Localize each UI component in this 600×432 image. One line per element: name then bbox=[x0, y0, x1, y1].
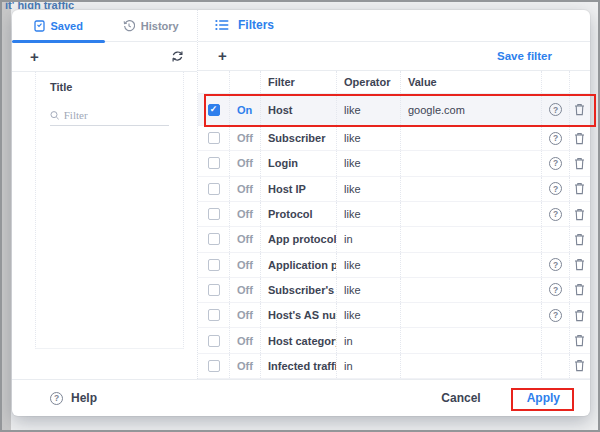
trash-icon[interactable] bbox=[574, 157, 585, 170]
header-actions-col bbox=[569, 71, 589, 93]
trash-icon[interactable] bbox=[574, 359, 585, 372]
row-help-cell: ? bbox=[541, 278, 569, 302]
trash-icon[interactable] bbox=[574, 182, 585, 195]
row-checkbox[interactable] bbox=[208, 233, 220, 245]
row-operator[interactable]: like bbox=[336, 177, 400, 201]
tab-history[interactable]: History bbox=[105, 10, 198, 41]
row-filter-name: Subscriber's AS n bbox=[260, 278, 336, 302]
row-checkbox[interactable]: ✓ bbox=[208, 104, 220, 116]
row-checkbox[interactable] bbox=[208, 208, 220, 220]
row-value[interactable] bbox=[400, 126, 541, 150]
row-operator[interactable]: in bbox=[336, 354, 400, 378]
row-help-cell: ? bbox=[541, 202, 569, 226]
row-help-icon[interactable]: ? bbox=[549, 283, 562, 296]
row-help-icon[interactable]: ? bbox=[549, 258, 562, 271]
history-icon bbox=[123, 20, 135, 32]
title-filter-input[interactable] bbox=[64, 109, 169, 121]
row-value[interactable] bbox=[400, 354, 541, 378]
cancel-button[interactable]: Cancel bbox=[441, 391, 480, 405]
row-operator[interactable]: like bbox=[336, 126, 400, 150]
row-value[interactable] bbox=[400, 278, 541, 302]
table-row: OffSubscriber's AS nlike? bbox=[198, 278, 590, 303]
table-row: ✓OnHostlikegoogle.com? bbox=[198, 94, 590, 126]
row-filter-name: Infected traffic bbox=[260, 354, 336, 378]
trash-icon[interactable] bbox=[574, 334, 585, 347]
row-checkbox[interactable] bbox=[208, 309, 220, 321]
trash-icon[interactable] bbox=[574, 233, 585, 246]
row-value[interactable] bbox=[400, 253, 541, 277]
row-operator[interactable]: in bbox=[336, 227, 400, 251]
row-operator[interactable]: like bbox=[336, 94, 400, 125]
background-clipped-text: it' high traffic bbox=[5, 2, 125, 9]
bookmark-icon bbox=[34, 20, 45, 32]
filters-header: Filters bbox=[198, 10, 590, 42]
help-button[interactable]: ? Help bbox=[50, 391, 97, 405]
row-checkbox-cell bbox=[198, 253, 229, 277]
row-value[interactable] bbox=[400, 303, 541, 327]
row-value[interactable] bbox=[400, 151, 541, 175]
table-row: OffApplication protlike? bbox=[198, 253, 590, 278]
search-icon bbox=[50, 110, 60, 121]
row-checkbox-cell bbox=[198, 227, 229, 251]
row-help-cell bbox=[541, 227, 569, 251]
table-row: OffSubscriberlike? bbox=[198, 126, 590, 151]
row-checkbox[interactable] bbox=[208, 183, 220, 195]
row-filter-name: Protocol bbox=[260, 202, 336, 226]
row-state-label: Off bbox=[229, 202, 260, 226]
row-value[interactable] bbox=[400, 227, 541, 251]
row-help-cell: ? bbox=[541, 126, 569, 150]
row-help-cell: ? bbox=[541, 177, 569, 201]
row-checkbox[interactable] bbox=[208, 259, 220, 271]
row-value[interactable] bbox=[400, 202, 541, 226]
row-checkbox[interactable] bbox=[208, 360, 220, 372]
apply-button[interactable]: Apply bbox=[527, 391, 560, 405]
trash-icon[interactable] bbox=[574, 103, 585, 116]
trash-icon[interactable] bbox=[574, 132, 585, 145]
saved-filters-panel: Saved History + bbox=[12, 10, 198, 379]
row-value[interactable]: google.com bbox=[400, 94, 541, 125]
list-icon bbox=[215, 19, 229, 31]
tab-history-label: History bbox=[141, 20, 179, 32]
row-operator[interactable]: like bbox=[336, 202, 400, 226]
tab-saved[interactable]: Saved bbox=[12, 10, 105, 41]
row-actions-cell bbox=[569, 94, 589, 125]
row-state-label: Off bbox=[229, 278, 260, 302]
table-row: OffInfected trafficin bbox=[198, 354, 590, 379]
row-state-label: Off bbox=[229, 253, 260, 277]
row-operator[interactable]: in bbox=[336, 328, 400, 352]
add-filter-button[interactable]: + bbox=[218, 48, 227, 63]
row-operator[interactable]: like bbox=[336, 303, 400, 327]
table-row: OffHost's AS numbelike? bbox=[198, 303, 590, 328]
row-help-icon[interactable]: ? bbox=[549, 132, 562, 145]
trash-icon[interactable] bbox=[574, 309, 585, 322]
row-checkbox[interactable] bbox=[208, 132, 220, 144]
refresh-button[interactable] bbox=[171, 50, 184, 63]
row-checkbox[interactable] bbox=[208, 335, 220, 347]
row-operator[interactable]: like bbox=[336, 151, 400, 175]
row-state-label: Off bbox=[229, 328, 260, 352]
row-value[interactable] bbox=[400, 177, 541, 201]
row-checkbox-cell bbox=[198, 126, 229, 150]
add-saved-filter-button[interactable]: + bbox=[30, 49, 39, 64]
left-panel-tabs: Saved History bbox=[12, 10, 197, 42]
row-checkbox[interactable] bbox=[208, 157, 220, 169]
row-help-icon[interactable]: ? bbox=[549, 103, 562, 116]
row-help-icon[interactable]: ? bbox=[549, 182, 562, 195]
row-help-cell: ? bbox=[541, 151, 569, 175]
row-checkbox[interactable] bbox=[208, 284, 220, 296]
trash-icon[interactable] bbox=[574, 208, 585, 221]
row-actions-cell bbox=[569, 354, 589, 378]
row-operator[interactable]: like bbox=[336, 278, 400, 302]
row-operator[interactable]: like bbox=[336, 253, 400, 277]
modal-footer: ? Help Cancel Apply bbox=[12, 379, 590, 416]
row-value[interactable] bbox=[400, 328, 541, 352]
saved-toolbar: + bbox=[12, 42, 197, 72]
row-help-icon[interactable]: ? bbox=[549, 309, 562, 322]
save-filter-button[interactable]: Save filter bbox=[497, 50, 552, 62]
row-state-label: Off bbox=[229, 227, 260, 251]
title-filter-field bbox=[50, 109, 169, 126]
trash-icon[interactable] bbox=[574, 283, 585, 296]
row-help-icon[interactable]: ? bbox=[549, 157, 562, 170]
trash-icon[interactable] bbox=[574, 258, 585, 271]
row-help-icon[interactable]: ? bbox=[549, 208, 562, 221]
